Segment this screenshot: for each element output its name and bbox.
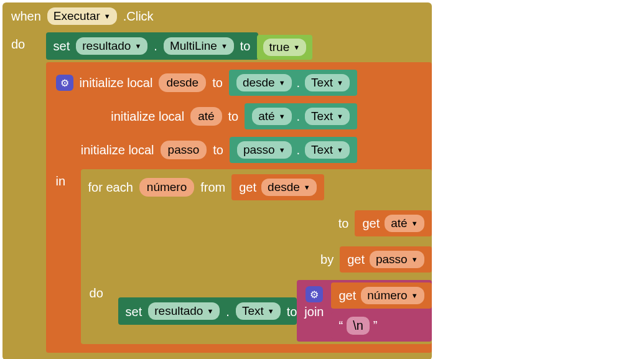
gear-icon[interactable]: ⚙ (306, 286, 323, 302)
get-label: get (239, 180, 256, 195)
init-row-passo: initialize local passo to passo ▼ . (50, 133, 357, 167)
when-click-event-block[interactable]: when Executar ▼ .Click do set resultado … (2, 2, 432, 359)
chevron-down-icon: ▼ (411, 220, 418, 227)
component-dropdown[interactable]: até ▼ (252, 108, 291, 125)
string-literal-input[interactable]: \n (347, 317, 370, 335)
property-getter-block[interactable]: até ▼ . Text ▼ (245, 103, 357, 129)
init-row-desde: ⚙ initialize local desde to desde ▼ . (50, 66, 357, 100)
chevron-down-icon: ▼ (268, 307, 274, 315)
from-label: from (200, 180, 225, 195)
join-label: join (304, 305, 324, 319)
component-dropdown[interactable]: passo ▼ (237, 141, 292, 159)
var-dropdown[interactable]: passo ▼ (370, 251, 424, 268)
initialize-local-label: initialize local (111, 110, 184, 124)
get-desde-block[interactable]: get desde ▼ (231, 174, 324, 200)
chevron-down-icon: ▼ (304, 184, 310, 191)
chevron-down-icon: ▼ (337, 113, 343, 120)
dot-label: . (226, 302, 230, 319)
close-quote: ” (373, 319, 378, 333)
to-label: to (338, 217, 349, 231)
chevron-down-icon: ▼ (279, 113, 286, 120)
chevron-down-icon: ▼ (134, 42, 141, 50)
true-value-block[interactable]: true ▼ (257, 35, 313, 60)
dot-label: . (154, 39, 157, 54)
initialize-local-label: initialize local (80, 76, 153, 90)
set-label: set (126, 302, 142, 319)
chevron-down-icon: ▼ (221, 42, 228, 50)
chevron-down-icon: ▼ (104, 12, 111, 20)
when-label: when (11, 9, 41, 24)
get-ate-block[interactable]: get até ▼ (355, 210, 431, 236)
for-each-block[interactable]: for each número from get desde ▼ (81, 169, 432, 344)
get-label: get (362, 217, 380, 231)
to-label: to (287, 302, 297, 319)
chevron-down-icon: ▼ (337, 79, 343, 86)
for-each-by-row: by get passo ▼ (81, 241, 432, 277)
var-dropdown[interactable]: até ▼ (385, 215, 424, 232)
set-label: set (54, 39, 70, 54)
initialize-local-block[interactable]: ⚙ initialize local desde to desde ▼ . (46, 62, 432, 353)
to-label: to (212, 76, 223, 90)
for-each-label: for each (88, 180, 133, 195)
chevron-down-icon: ▼ (293, 44, 300, 51)
boolean-dropdown[interactable]: true ▼ (263, 39, 307, 56)
dot-label: . (297, 143, 301, 157)
in-section: in for each número from get desde ▼ (50, 167, 432, 349)
event-name-label: .Click (123, 9, 154, 24)
chevron-down-icon: ▼ (337, 146, 343, 154)
do-label: do (11, 32, 42, 52)
set-text-block[interactable]: set resultado ▼ . Text ▼ (118, 297, 297, 325)
to-label: to (228, 110, 239, 124)
open-quote: “ (338, 319, 343, 333)
in-label: in (56, 169, 75, 189)
property-dropdown[interactable]: Text ▼ (305, 74, 350, 91)
component-dropdown[interactable]: desde ▼ (236, 74, 292, 91)
gear-icon[interactable]: ⚙ (56, 75, 73, 91)
property-getter-block[interactable]: passo ▼ . Text ▼ (230, 137, 357, 163)
var-name-slot[interactable]: até (190, 107, 222, 126)
component-dropdown[interactable]: resultado ▼ (76, 37, 147, 55)
for-each-to-row: to get até ▼ (81, 205, 432, 241)
property-dropdown[interactable]: Text ▼ (305, 141, 350, 159)
event-header: when Executar ▼ .Click (2, 2, 432, 30)
property-dropdown[interactable]: Text ▼ (236, 302, 281, 320)
string-literal-block[interactable]: “ \n ” (331, 312, 431, 339)
var-name-slot[interactable]: passo (161, 141, 207, 159)
var-dropdown[interactable]: desde ▼ (261, 179, 317, 196)
property-getter-block[interactable]: desde ▼ . Text ▼ (229, 70, 357, 96)
property-dropdown[interactable]: Text ▼ (305, 108, 350, 125)
property-dropdown[interactable]: MultiLine ▼ (164, 37, 234, 55)
get-numero-block[interactable]: get número ▼ (331, 282, 431, 309)
chevron-down-icon: ▼ (411, 292, 418, 299)
init-row-ate: initialize local até to até ▼ . Text (50, 100, 357, 133)
for-each-from-row: for each número from get desde ▼ (81, 169, 432, 205)
dot-label: . (297, 76, 301, 90)
loop-var-slot[interactable]: número (139, 178, 194, 197)
get-label: get (347, 253, 365, 267)
initialize-local-label: initialize local (81, 143, 154, 157)
join-block[interactable]: ⚙ join get número (297, 280, 431, 342)
chevron-down-icon: ▼ (279, 146, 286, 154)
to-label: to (240, 39, 251, 54)
chevron-down-icon: ▼ (411, 256, 418, 263)
var-dropdown[interactable]: número ▼ (361, 287, 424, 304)
set-multiline-block[interactable]: set resultado ▼ . MultiLine ▼ to (46, 32, 258, 60)
get-label: get (338, 289, 356, 303)
event-body: do set resultado ▼ . MultiLine ▼ to (2, 30, 432, 359)
component-dropdown[interactable]: resultado ▼ (148, 302, 220, 320)
to-label: to (213, 143, 223, 157)
chevron-down-icon: ▼ (207, 307, 213, 315)
chevron-down-icon: ▼ (279, 79, 286, 86)
for-each-do-section: do set resultado ▼ . (81, 277, 432, 344)
component-dropdown[interactable]: Executar ▼ (47, 7, 117, 25)
do-label: do (90, 280, 112, 301)
dot-label: . (297, 110, 301, 124)
by-label: by (320, 253, 334, 267)
var-name-slot[interactable]: desde (159, 73, 206, 92)
get-passo-block[interactable]: get passo ▼ (340, 246, 431, 273)
